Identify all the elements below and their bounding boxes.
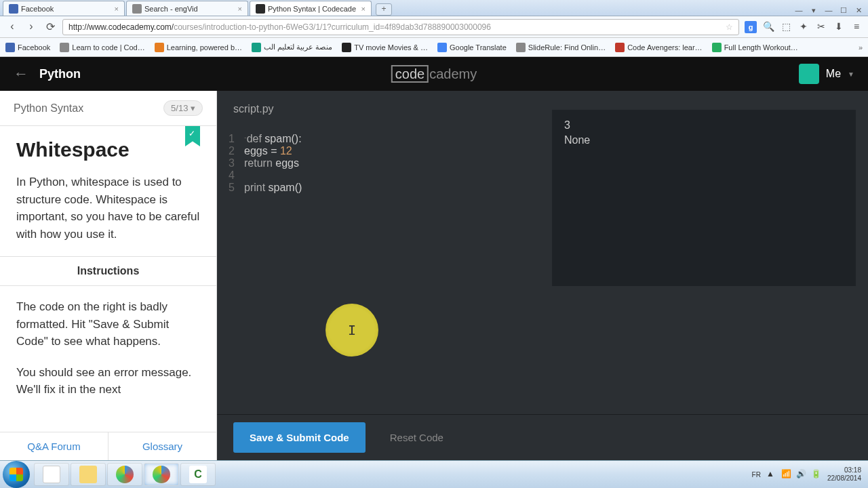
task-item[interactable]: C <box>180 463 216 486</box>
code-line[interactable]: 2eggs = 12 <box>226 145 534 157</box>
lesson-sidebar: Python Syntax 5/13 ▾ Whitespace In Pytho… <box>0 91 217 460</box>
url-input[interactable]: http://www.codecademy.com/courses/introd… <box>62 19 739 35</box>
google-search-icon[interactable]: g <box>745 21 757 33</box>
bookmark-item[interactable]: Google Translate <box>437 43 507 52</box>
tray-icon[interactable]: ▲ <box>766 469 777 480</box>
code-line[interactable]: 1-def spam(): <box>226 133 534 145</box>
ext2-icon[interactable]: ✦ <box>797 21 810 33</box>
file-tab[interactable]: script.py <box>217 96 290 123</box>
windows-taskbar: C FR ▲ 📶 🔊 🔋 03:18 22/08/2014 <box>0 460 868 488</box>
progress-dropdown[interactable]: 5/13 ▾ <box>163 100 203 116</box>
tab-facebook[interactable]: Facebook× <box>3 1 125 16</box>
console-line: None <box>564 134 844 146</box>
bookmark-item[interactable]: Learn to code | Cod… <box>60 43 144 52</box>
code-editor[interactable]: script.py 1-def spam():2eggs = 123return… <box>217 91 544 414</box>
address-bar: ‹ › ⟳ http://www.codecademy.com/courses/… <box>0 16 868 38</box>
bookmarks-bar: Facebook Learn to code | Cod… Learning, … <box>0 38 868 57</box>
download-icon[interactable]: ⬇ <box>833 21 845 33</box>
browser-tab-strip: Facebook× Search - engVid× Python Syntax… <box>0 0 868 16</box>
task-item[interactable] <box>34 463 69 486</box>
maximize-icon[interactable]: ☐ <box>838 6 849 16</box>
instructions-heading: Instructions <box>0 256 216 286</box>
ext3-icon[interactable]: ✂ <box>815 21 827 33</box>
back-icon[interactable]: ‹ <box>5 20 19 34</box>
lesson-intro: In Python, whitespace is used to structu… <box>16 174 200 243</box>
minimize-icon[interactable]: ― <box>793 6 804 16</box>
window-close-icon[interactable]: ✕ <box>853 6 864 16</box>
tray-volume-icon[interactable]: 🔊 <box>796 469 807 480</box>
search-icon[interactable]: 🔍 <box>762 21 774 33</box>
glossary-link[interactable]: Glossary <box>108 432 216 460</box>
code-line[interactable]: 5print spam() <box>226 182 534 194</box>
reset-code-button[interactable]: Reset Code <box>378 422 456 453</box>
instructions-text-2: You should see an error message. We'll f… <box>16 364 200 399</box>
task-item[interactable] <box>71 463 106 486</box>
bookmark-item[interactable]: Facebook <box>5 43 50 52</box>
avatar <box>799 64 819 84</box>
menu-icon[interactable]: ≡ <box>850 21 863 33</box>
save-submit-button[interactable]: Save & Submit Code <box>233 422 366 453</box>
bookmarks-overflow-icon[interactable]: » <box>859 43 863 52</box>
tab-engvid[interactable]: Search - engVid× <box>126 1 248 16</box>
bookmark-item[interactable]: SlideRule: Find Onlin… <box>516 43 606 52</box>
bookmark-item[interactable]: TV movie Movies & … <box>342 43 428 52</box>
section-name: Python Syntax <box>14 102 83 115</box>
bookmark-item[interactable]: Code Avengers: lear… <box>615 43 702 52</box>
bookmark-item[interactable]: منصة عربية لتعليم الب <box>252 43 332 52</box>
codecademy-logo[interactable]: codecademy <box>391 66 477 82</box>
chevron-down-icon: ▼ <box>848 70 854 78</box>
bookmark-item[interactable]: Learning, powered b… <box>155 43 242 52</box>
tray-battery-icon[interactable]: 🔋 <box>811 469 822 480</box>
star-icon[interactable]: ☆ <box>726 22 733 32</box>
lang-indicator[interactable]: FR <box>752 471 761 479</box>
close-icon[interactable]: × <box>361 5 366 13</box>
console-output: 3 None <box>552 110 856 286</box>
back-arrow-icon[interactable]: ← <box>14 65 28 83</box>
editor-area: script.py 1-def spam():2eggs = 123return… <box>217 91 868 460</box>
close-icon[interactable]: × <box>238 5 242 13</box>
app-header: ← Python codecademy Me ▼ <box>0 57 868 91</box>
code-line[interactable]: 3return eggs <box>226 157 534 169</box>
system-clock[interactable]: 03:18 22/08/2014 <box>827 466 861 483</box>
course-title: Python <box>39 67 81 81</box>
task-item[interactable] <box>144 463 179 486</box>
settings-dots-icon[interactable]: ▾ <box>808 6 819 16</box>
code-line[interactable]: 4 <box>226 169 534 182</box>
user-menu[interactable]: Me ▼ <box>799 64 854 84</box>
forward-icon[interactable]: › <box>24 20 38 34</box>
close-icon[interactable]: × <box>115 5 119 13</box>
minimize2-icon[interactable]: — <box>823 6 834 16</box>
instructions-text: The code on the right is badly formatted… <box>16 298 200 350</box>
start-button[interactable] <box>3 461 30 488</box>
tray-network-icon[interactable]: 📶 <box>781 469 792 480</box>
qa-forum-link[interactable]: Q&A Forum <box>0 432 108 460</box>
tab-codecademy[interactable]: Python Syntax | Codecade× <box>250 1 372 16</box>
main-area: Python Syntax 5/13 ▾ Whitespace In Pytho… <box>0 91 868 460</box>
reload-icon[interactable]: ⟳ <box>43 20 57 34</box>
task-item[interactable] <box>107 463 142 486</box>
lesson-title: Whitespace <box>16 138 200 161</box>
ext1-icon[interactable]: ⬚ <box>780 21 792 33</box>
new-tab-button[interactable]: + <box>376 3 392 16</box>
bookmark-item[interactable]: Full Length Workout… <box>712 43 798 52</box>
console-line: 3 <box>564 119 844 131</box>
